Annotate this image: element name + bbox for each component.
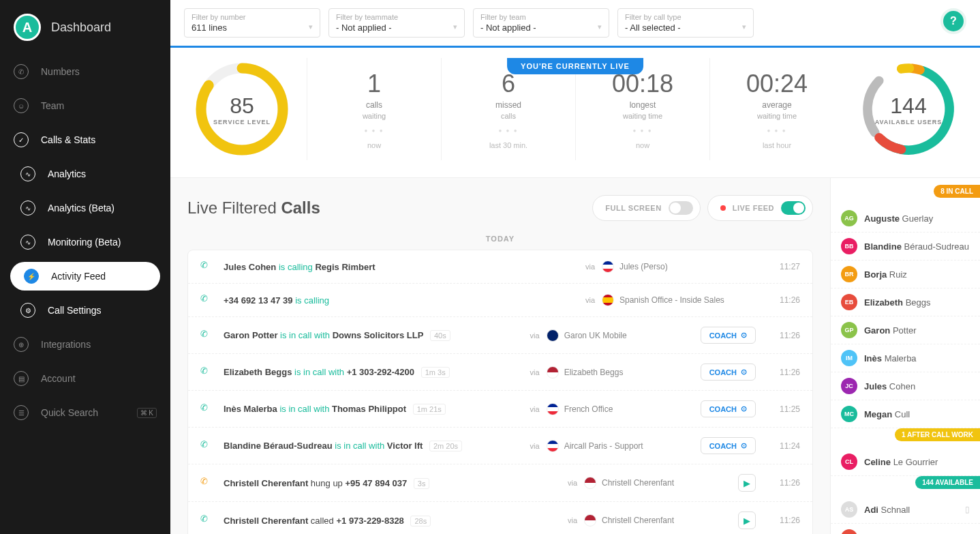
sidebar-item-analytics[interactable]: ∿Analytics — [0, 157, 170, 191]
sidebar-item-numbers[interactable]: ✆Numbers — [0, 55, 170, 89]
filter-filter-by-team[interactable]: Filter by team- Not applied - — [473, 8, 609, 38]
integrations-icon: ⊕ — [14, 337, 29, 352]
call-row[interactable]: ✆Jules Cohen is calling Regis Rimbertvia… — [188, 250, 812, 284]
play-button[interactable]: ▶ — [738, 511, 756, 529]
today-separator: TODAY — [187, 235, 813, 243]
coach-button[interactable]: COACH ⊙ — [701, 437, 756, 454]
chart-icon: ∿ — [20, 235, 35, 250]
coach-button[interactable]: COACH ⊙ — [701, 327, 756, 344]
play-button[interactable]: ▶ — [738, 474, 756, 492]
flag-icon — [547, 440, 559, 452]
call-row[interactable]: ✆Inès Malerba is in call with Thomas Phi… — [188, 391, 812, 428]
livefeed-toggle[interactable]: LIVE FEED — [707, 195, 813, 221]
call-description: Blandine Béraud-Sudreau is in call with … — [224, 441, 530, 451]
feed-title: Live Filtered Calls — [187, 198, 320, 218]
flag-icon — [602, 261, 614, 273]
avatar: JC — [841, 378, 857, 394]
sidebar-item-activity-feed[interactable]: ⚡Activity Feed — [10, 262, 160, 291]
call-row[interactable]: ✆+34 692 13 47 39 is calling viaSpanish … — [188, 284, 812, 317]
call-row[interactable]: ✆Garon Potter is in call with Downs Soli… — [188, 317, 812, 354]
flag-icon — [547, 329, 559, 342]
call-time: 11:26 — [766, 295, 800, 305]
filter-filter-by-teammate[interactable]: Filter by teammate- Not applied - — [328, 8, 465, 38]
via-line: Spanish Office - Inside Sales — [619, 295, 756, 305]
filter-filter-by-call-type[interactable]: Filter by call type- All selected - — [617, 8, 754, 38]
user-row[interactable]: BBBlandine Béraud-Sudreau — [831, 233, 980, 261]
call-description: Christell Cherenfant called +1 973-229-8… — [224, 516, 568, 526]
via-line: Jules (Perso) — [619, 262, 756, 271]
sidebar-item-quick-search[interactable]: ☰Quick Search⌘ K — [0, 396, 170, 430]
account-icon: ▤ — [14, 371, 29, 386]
coach-button[interactable]: COACH ⊙ — [701, 364, 756, 381]
search-icon: ☰ — [14, 405, 29, 420]
headset-icon: ⊙ — [741, 404, 747, 413]
avatar: MC — [841, 406, 857, 422]
flag-icon — [547, 403, 559, 415]
call-description: Elizabeth Beggs is in call with +1 303-2… — [224, 367, 530, 377]
call-direction-icon: ✆ — [200, 293, 214, 307]
sidebar-item-call-settings[interactable]: ⚙Call Settings — [0, 293, 170, 327]
service-level-gauge: 85SERVICE LEVEL — [177, 58, 307, 160]
sidebar-item-label: Integrations — [41, 339, 91, 350]
sidebar-item-integrations[interactable]: ⊕Integrations — [0, 327, 170, 361]
device-icon: ▯ — [965, 505, 970, 514]
call-direction-icon: ✆ — [200, 476, 214, 490]
user-row[interactable]: MCMegan Cull — [831, 400, 980, 428]
avatar: CL — [841, 454, 857, 470]
sidebar-item-label: Calls & Stats — [41, 134, 95, 145]
stat-card: 1callswaiting● ● ●now — [307, 58, 441, 160]
via-line: Aircall Paris - Support — [564, 441, 701, 451]
call-row[interactable]: ✆Christell Cherenfant called +1 973-229-… — [188, 502, 812, 534]
avatar: BB — [841, 238, 857, 254]
user-row[interactable]: JCJules Cohen — [831, 372, 980, 400]
chart-icon: ∿ — [20, 166, 35, 181]
fullscreen-toggle[interactable]: FULL SCREEN — [592, 195, 700, 221]
kbd-shortcut: ⌘ K — [137, 408, 157, 418]
call-time: 11:24 — [766, 441, 800, 451]
help-button[interactable]: ? — [940, 8, 966, 34]
filter-filter-by-number[interactable]: Filter by number611 lines — [184, 8, 320, 38]
user-row[interactable]: EBElizabeth Beggs — [831, 288, 980, 316]
user-row[interactable]: ABAdrien Bordet▯ — [831, 524, 980, 534]
user-row[interactable]: CLCeline Le Gourrier — [831, 448, 980, 476]
app-title: Dashboard — [51, 20, 111, 35]
call-row[interactable]: ✆Blandine Béraud-Sudreau is in call with… — [188, 428, 812, 464]
flag-icon — [547, 366, 559, 379]
sidebar-item-analytics-beta-[interactable]: ∿Analytics (Beta) — [0, 191, 170, 225]
avatar: AS — [841, 501, 857, 518]
avatar: AB — [841, 529, 857, 534]
call-description: +34 692 13 47 39 is calling — [224, 295, 585, 306]
user-row[interactable]: ASAdi Schnall▯ — [831, 496, 980, 524]
user-row[interactable]: IMInès Malerba — [831, 344, 980, 372]
switch-on-icon — [781, 201, 806, 215]
sidebar-item-account[interactable]: ▤Account — [0, 361, 170, 396]
call-row[interactable]: ✆Christell Cherenfant hung up +95 47 894… — [188, 464, 812, 502]
sidebar-item-label: Analytics (Beta) — [48, 203, 114, 213]
call-description: Garon Potter is in call with Downs Solic… — [224, 330, 530, 340]
call-direction-icon: ✆ — [200, 366, 214, 379]
call-row[interactable]: ✆Elizabeth Beggs is in call with +1 303-… — [188, 354, 812, 391]
coach-button[interactable]: COACH ⊙ — [701, 400, 756, 417]
via-line: Garon UK Mobile — [564, 331, 701, 340]
user-row[interactable]: GPGaron Potter — [831, 316, 980, 344]
via-line: Christell Cherenfant — [602, 516, 738, 525]
chart-icon: ∿ — [20, 201, 35, 216]
sidebar-header: A Dashboard — [0, 0, 170, 55]
sidebar-item-label: Call Settings — [48, 305, 102, 316]
sidebar-item-label: Monitoring (Beta) — [48, 237, 121, 248]
sidebar-item-calls-stats[interactable]: ✓Calls & Stats — [0, 123, 170, 157]
bolt-icon: ⚡ — [24, 269, 39, 284]
user-row[interactable]: BRBorja Ruiz — [831, 261, 980, 288]
headset-icon: ⊙ — [741, 331, 747, 340]
headset-icon: ⊙ — [741, 441, 747, 450]
user-row[interactable]: AGAuguste Guerlay — [831, 205, 980, 233]
call-direction-icon: ✆ — [200, 260, 214, 273]
via-line: French Office — [564, 404, 701, 414]
sidebar-item-monitoring-beta-[interactable]: ∿Monitoring (Beta) — [0, 225, 170, 259]
sidebar-item-label: Account — [41, 373, 76, 384]
main-area: Filter by number611 linesFilter by teamm… — [170, 0, 980, 534]
headset-icon: ⊙ — [741, 368, 747, 376]
call-time: 11:26 — [766, 516, 800, 525]
via-line: Christell Cherenfant — [602, 478, 738, 488]
sidebar-item-team[interactable]: ☺Team — [0, 89, 170, 123]
